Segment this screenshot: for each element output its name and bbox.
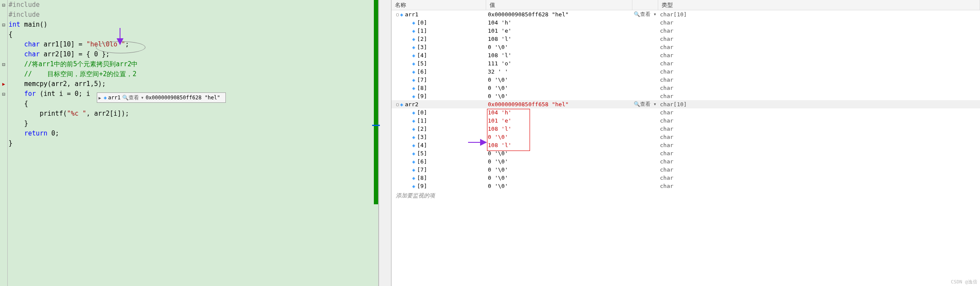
watch-row[interactable]: ◈[9]0 '\0'char [391,182,980,190]
header-value[interactable]: 值 [486,0,632,10]
var-type: char [658,158,980,165]
watch-row[interactable]: ◈[8]0 '\0'char [391,174,980,182]
var-type: char [658,142,980,148]
code-line[interactable]: int main() [9,20,377,30]
var-name: [4] [417,52,427,58]
code-line[interactable]: char arr2[10] = { 0 }; [9,49,377,59]
watch-row[interactable]: ◈[0]104 'h'char [391,108,980,117]
debug-tooltip[interactable]: ▶ ◈ arr1 🔍查看 ▾ 0x00000090850ff628 "hel" [97,92,226,103]
var-type: char [658,134,980,140]
watch-row[interactable]: ◈[2]108 'l'char [391,35,980,43]
code-line[interactable]: memcpy(arr2, arr1,5); [9,79,377,89]
watch-row[interactable]: ◈[7]0 '\0'char [391,166,980,174]
watch-row[interactable]: ◈[4]108 'l'char [391,51,980,59]
code-line[interactable]: // 目标空间，原空间+2的位置，2 [9,69,377,79]
var-type: char [658,77,980,83]
code-line[interactable]: return 0; [9,129,377,138]
var-type: char [658,150,980,157]
watch-panel: 名称 值 类型 ▢◈arr10x00000090850ff628 "hel"🔍查… [391,0,980,286]
var-type: char [658,93,980,99]
code-line[interactable]: #include [9,0,377,10]
watch-row[interactable]: ◈[6]32 ' 'char [391,68,980,76]
object-icon: ◈ [412,183,415,189]
execution-pointer [372,125,380,126]
watch-row[interactable]: ◈[2]108 'l'char [391,125,980,133]
watch-row[interactable]: ◈[3]0 '\0'char [391,43,980,51]
var-value: 0 '\0' [486,85,632,91]
object-icon: ◈ [412,159,415,165]
object-icon: ◈ [412,20,415,26]
var-value: 101 'e' [486,28,632,34]
fold-toggle[interactable]: ⊟ [0,89,7,99]
var-name: arr2 [405,101,418,108]
code-line[interactable]: char arr1[10] = "hel\0lo "; [9,40,377,49]
var-value: 0 '\0' [486,175,632,181]
var-value: 32 ' ' [486,68,632,75]
watch-row[interactable]: ▢◈arr10x00000090850ff628 "hel"🔍查看 ▾char[… [391,10,980,18]
code-line[interactable]: } [9,138,377,148]
var-value: 0 '\0' [486,134,632,140]
tooltip-var-name: arr1 [108,95,120,101]
watch-row[interactable]: ◈[0]104 'h'char [391,18,980,27]
watch-row[interactable]: ▢◈arr20x00000090850ff658 "hel"🔍查看 ▾char[… [391,100,980,108]
var-value: 0 '\0' [486,183,632,189]
var-name: [5] [417,150,427,157]
dropdown-icon[interactable]: ▾ [141,95,144,101]
watch-row[interactable]: ◈[5]0 '\0'char [391,149,980,157]
object-icon: ◈ [412,175,415,181]
var-value: 101 'e' [486,117,632,124]
var-name: [5] [417,60,427,67]
var-name: [9] [417,183,427,189]
watch-row[interactable]: ◈[9]0 '\0'char [391,92,980,100]
code-line[interactable]: //将arr1中的前5个元素拷贝到arr2中 [9,59,377,69]
var-name: [0] [417,109,427,116]
fold-toggle[interactable]: ⊟ [0,0,7,10]
var-type: char[10] [658,11,980,18]
var-type: char [658,166,980,173]
expand-toggle[interactable]: ▶ [97,95,102,100]
var-value: 108 'l' [486,52,632,58]
code-line[interactable]: printf("%c ", arr2[i]); [9,109,377,119]
breakpoint-marker[interactable]: ▶ [0,79,7,89]
panel-divider[interactable] [379,0,391,286]
expand-toggle[interactable]: ▢ [395,102,400,107]
object-icon: ◈ [412,167,415,173]
header-name[interactable]: 名称 [391,0,486,10]
view-label[interactable]: 🔍查看 [122,94,139,101]
var-value: 108 'l' [486,126,632,132]
header-type[interactable]: 类型 [658,0,980,10]
var-type: char [658,19,980,26]
view-action[interactable]: 🔍查看 ▾ [632,101,658,108]
watch-row[interactable]: ◈[5]111 'o'char [391,59,980,68]
object-icon: ◈ [412,52,415,58]
object-icon: ◈ [412,61,415,67]
var-value: 0x00000090850ff628 "hel" [486,11,632,18]
add-watch-row[interactable]: 添加要监视的项 [391,190,980,201]
var-value: 0 '\0' [486,44,632,50]
watch-row[interactable]: ◈[7]0 '\0'char [391,76,980,84]
watch-row[interactable]: ◈[8]0 '\0'char [391,84,980,92]
object-icon: ◈ [104,95,107,101]
fold-toggle[interactable]: ⊟ [0,20,7,30]
expand-toggle[interactable]: ▢ [395,12,400,17]
annotation-arrow-icon [468,139,490,145]
var-type: char [658,85,980,91]
var-type: char [658,117,980,124]
var-value: 104 'h' [486,109,632,116]
code-line[interactable]: } [9,119,377,129]
var-value: 0 '\0' [486,158,632,165]
fold-toggle[interactable]: ⊟ [0,59,7,69]
code-line[interactable]: { [9,30,377,40]
code-area[interactable]: #include#includeint main(){ char arr1[10… [8,0,378,286]
watch-row[interactable]: ◈[1]101 'e'char [391,117,980,125]
object-icon: ◈ [412,77,415,83]
code-line[interactable]: #include [9,10,377,20]
view-action[interactable]: 🔍查看 ▾ [632,11,658,18]
var-type: char [658,52,980,58]
object-icon: ◈ [412,69,415,75]
var-value: 0 '\0' [486,77,632,83]
watch-row[interactable]: ◈[6]0 '\0'char [391,157,980,166]
var-type: char [658,28,980,34]
watch-row[interactable]: ◈[1]101 'e'char [391,27,980,35]
var-name: [1] [417,28,427,34]
